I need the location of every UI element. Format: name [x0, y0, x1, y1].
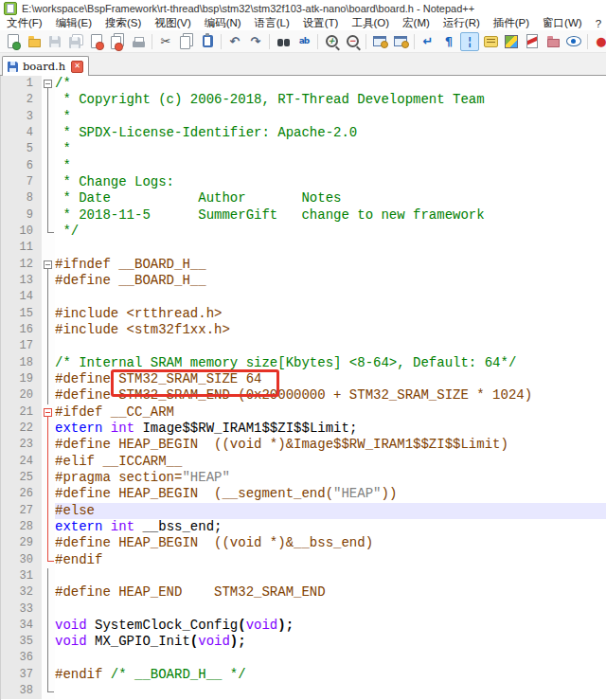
- menu-item-10[interactable]: 插件(P): [487, 16, 536, 30]
- menu-item-5[interactable]: 语言(L): [248, 16, 296, 30]
- fold-guide: [42, 486, 55, 502]
- code-line-11: 11: [1, 240, 606, 256]
- toolbar-separator: [365, 34, 366, 49]
- menu-item-0[interactable]: 文件(F): [0, 16, 49, 30]
- word-wrap-icon[interactable]: ↵: [419, 32, 437, 51]
- code-text[interactable]: * SPDX-License-Identifier: Apache-2.0: [55, 125, 606, 141]
- title-bar[interactable]: E:\workspace\BspFramework\rt-thread\bsp\…: [0, 0, 606, 16]
- tab-board-h[interactable]: board.h ✕: [2, 56, 89, 76]
- replace-icon[interactable]: ab: [294, 32, 313, 51]
- paste-icon[interactable]: [198, 32, 217, 51]
- close-all-icon[interactable]: [108, 32, 127, 51]
- code-text[interactable]: #ifdef __CC_ARM: [55, 404, 606, 421]
- code-text[interactable]: #ifndef __BOARD_H__: [55, 257, 606, 273]
- menu-item-8[interactable]: 宏(M): [396, 16, 437, 30]
- code-text[interactable]: [55, 650, 606, 666]
- user-define-dialog-icon[interactable]: [481, 32, 500, 51]
- code-text[interactable]: #define HEAP_BEGIN (__segment_end("HEAP"…: [55, 486, 606, 502]
- code-line-16: 16#include <stm32f1xx.h>: [1, 322, 606, 338]
- close-tab-icon[interactable]: ✕: [71, 61, 83, 73]
- code-text[interactable]: [55, 338, 606, 354]
- find-icon[interactable]: [274, 32, 293, 51]
- code-text[interactable]: [55, 601, 606, 618]
- copy-icon[interactable]: [177, 32, 196, 51]
- redo-icon[interactable]: ↷: [246, 32, 265, 51]
- sync-vertical-scroll-icon[interactable]: [370, 32, 389, 51]
- fold-guide: [42, 338, 55, 354]
- code-text[interactable]: * Date Author Notes: [55, 190, 606, 206]
- menu-item-9[interactable]: 运行(R): [437, 16, 487, 30]
- code-text[interactable]: extern int __bss_end;: [55, 519, 606, 535]
- code-text[interactable]: [55, 568, 606, 584]
- indent-guide-icon[interactable]: ¦: [460, 32, 479, 51]
- code-text[interactable]: *: [55, 158, 606, 174]
- line-number: 12: [1, 257, 42, 273]
- code-text[interactable]: /*: [55, 76, 606, 92]
- code-line-5: 5 *: [1, 141, 606, 157]
- code-text[interactable]: #endif /* __BOARD_H__ */: [55, 667, 606, 683]
- undo-icon[interactable]: ↶: [225, 32, 244, 51]
- code-text[interactable]: *: [55, 141, 606, 157]
- save-icon[interactable]: [45, 32, 64, 51]
- code-line-34: 34void SystemClock_Config(void);: [1, 618, 606, 634]
- line-number: 23: [1, 437, 42, 453]
- window-title: E:\workspace\BspFramework\rt-thread\bsp\…: [22, 3, 474, 14]
- fold-toggle[interactable]: [42, 404, 55, 421]
- code-text[interactable]: extern int Image$$RW_IRAM1$$ZI$$Limit;: [55, 421, 606, 437]
- folder-as-workspace-icon[interactable]: [544, 32, 562, 51]
- code-editor[interactable]: 1/*2 * Copyright (c) 2006-2018, RT-Threa…: [0, 76, 606, 700]
- code-text[interactable]: *: [55, 109, 606, 125]
- line-number: 26: [1, 486, 42, 502]
- code-text[interactable]: #include <stm32f1xx.h>: [55, 322, 606, 338]
- code-text[interactable]: #pragma section="HEAP": [55, 470, 606, 486]
- code-text[interactable]: #endif: [55, 552, 606, 568]
- code-text[interactable]: #elif __ICCARM__: [55, 454, 606, 470]
- code-text[interactable]: #define HEAP_END STM32_SRAM_END: [55, 584, 606, 601]
- save-all-icon[interactable]: [66, 32, 85, 51]
- monitoring-icon[interactable]: [564, 32, 583, 51]
- menu-item-2[interactable]: 搜索(S): [98, 16, 148, 30]
- zoom-in-icon[interactable]: +: [322, 32, 341, 51]
- cut-icon[interactable]: ✂: [156, 32, 175, 51]
- line-number: 25: [1, 470, 42, 486]
- code-text[interactable]: * Change Logs:: [55, 174, 606, 190]
- sync-horizontal-scroll-icon[interactable]: [391, 32, 410, 51]
- fold-toggle[interactable]: [42, 76, 55, 92]
- zoom-out-icon[interactable]: −: [343, 32, 362, 51]
- code-line-25: 25#pragma section="HEAP": [1, 470, 606, 486]
- close-icon[interactable]: [87, 32, 106, 51]
- code-text[interactable]: #include <rtthread.h>: [55, 306, 606, 322]
- code-line-35: 35void MX_GPIO_Init(void);: [1, 634, 606, 650]
- print-icon[interactable]: [129, 32, 148, 51]
- code-text[interactable]: #define HEAP_BEGIN ((void *)&__bss_end): [55, 535, 606, 551]
- code-text[interactable]: #else: [55, 503, 606, 519]
- menu-item-3[interactable]: 视图(V): [148, 16, 197, 30]
- fold-guide: [42, 421, 55, 437]
- menu-item-4[interactable]: 编码(N): [198, 16, 248, 30]
- code-text[interactable]: * Copyright (c) 2006-2018, RT-Thread Dev…: [55, 92, 606, 108]
- menu-item-6[interactable]: 设置(T): [296, 16, 346, 30]
- code-text[interactable]: */: [55, 224, 606, 240]
- code-text[interactable]: [55, 289, 606, 305]
- open-file-icon[interactable]: [25, 32, 44, 51]
- show-all-characters-icon[interactable]: ¶: [439, 32, 458, 51]
- code-text[interactable]: void SystemClock_Config(void);: [55, 618, 606, 634]
- toolbar-separator: [269, 34, 270, 49]
- function-list-icon[interactable]: [523, 32, 542, 51]
- menu-item-7[interactable]: 工具(O): [345, 16, 396, 30]
- menu-item-11[interactable]: 窗口(W): [536, 16, 589, 30]
- code-text[interactable]: void MX_GPIO_Init(void);: [55, 634, 606, 650]
- menu-item-12[interactable]: ?: [589, 18, 606, 29]
- document-map-icon[interactable]: [502, 32, 521, 51]
- code-text[interactable]: [55, 683, 606, 699]
- code-text[interactable]: #define __BOARD_H__: [55, 273, 606, 289]
- fold-toggle[interactable]: [42, 257, 55, 273]
- code-text[interactable]: * 2018-11-5 SummerGift change to new fra…: [55, 207, 606, 224]
- record-macro-icon[interactable]: ●: [592, 32, 606, 51]
- code-text[interactable]: #define HEAP_BEGIN ((void *)&Image$$RW_I…: [55, 437, 606, 453]
- menu-item-1[interactable]: 编辑(E): [49, 16, 98, 30]
- new-file-icon[interactable]: [4, 32, 23, 51]
- fold-guide: [42, 207, 55, 224]
- line-number: 9: [1, 207, 42, 224]
- code-text[interactable]: [55, 240, 606, 256]
